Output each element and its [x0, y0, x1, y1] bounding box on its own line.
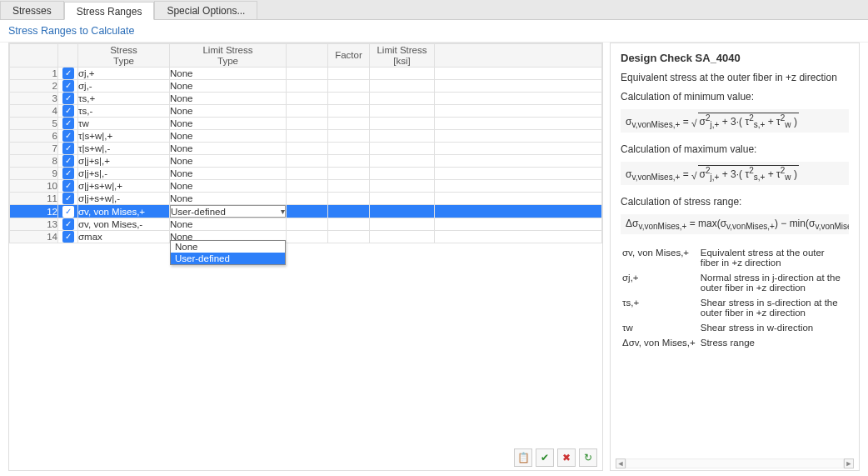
- stress-type-cell[interactable]: σv, von Mises,-: [78, 218, 170, 231]
- row-checkbox[interactable]: ✓: [58, 93, 78, 105]
- factor-cell[interactable]: [328, 118, 370, 130]
- row-checkbox[interactable]: ✓: [58, 231, 78, 243]
- limit-ksi-cell[interactable]: [370, 68, 435, 80]
- stress-type-cell[interactable]: τ|s+w|,+: [78, 130, 170, 143]
- table-row[interactable]: 14✓σmaxNone: [10, 231, 602, 243]
- limit-ksi-cell[interactable]: [370, 93, 435, 105]
- limit-ksi-cell[interactable]: [370, 218, 435, 231]
- tab-special-options[interactable]: Special Options...: [154, 1, 257, 19]
- table-row[interactable]: 7✓τ|s+w|,-None: [10, 143, 602, 155]
- limit-ksi-cell[interactable]: [370, 155, 435, 168]
- table-row[interactable]: 8✓σ|j+s|,+None: [10, 155, 602, 168]
- limit-ksi-cell[interactable]: [370, 180, 435, 193]
- row-checkbox[interactable]: ✓: [58, 118, 78, 130]
- table-row[interactable]: 5✓τwNone: [10, 118, 602, 130]
- symbol-desc: Shear stress in s-direction at the outer…: [701, 296, 847, 319]
- limit-type-cell[interactable]: None: [170, 180, 287, 193]
- table-row[interactable]: 1✓σj,+None: [10, 68, 602, 80]
- factor-cell[interactable]: [328, 155, 370, 168]
- row-checkbox[interactable]: ✓: [58, 68, 78, 80]
- scroll-track[interactable]: [626, 458, 844, 468]
- factor-cell[interactable]: [328, 218, 370, 231]
- stress-type-cell[interactable]: σ|j+s|,+: [78, 155, 170, 168]
- stress-type-cell[interactable]: τs,+: [78, 93, 170, 105]
- stress-type-cell[interactable]: τw: [78, 118, 170, 130]
- row-checkbox[interactable]: ✓: [58, 205, 78, 218]
- limit-ksi-cell[interactable]: [370, 105, 435, 118]
- limit-ksi-cell[interactable]: [370, 130, 435, 143]
- spacer-cell: [435, 155, 602, 168]
- limit-type-cell[interactable]: None: [170, 68, 287, 80]
- limit-type-cell[interactable]: None: [170, 105, 287, 118]
- stress-type-cell[interactable]: σj,-: [78, 80, 170, 93]
- row-checkbox[interactable]: ✓: [58, 168, 78, 180]
- stress-type-cell[interactable]: τs,-: [78, 105, 170, 118]
- limit-type-cell[interactable]: None: [170, 143, 287, 155]
- row-checkbox[interactable]: ✓: [58, 180, 78, 193]
- limit-type-cell[interactable]: None: [170, 155, 287, 168]
- factor-cell[interactable]: [328, 93, 370, 105]
- stress-type-cell[interactable]: σ|j+s|,-: [78, 168, 170, 180]
- factor-cell[interactable]: [328, 205, 370, 218]
- limit-ksi-cell[interactable]: [370, 143, 435, 155]
- info-panel-scrollbar[interactable]: ◄ ►: [616, 458, 854, 468]
- factor-cell[interactable]: [328, 168, 370, 180]
- scroll-right-icon[interactable]: ►: [844, 458, 854, 468]
- row-checkbox[interactable]: ✓: [58, 218, 78, 231]
- limit-type-cell[interactable]: None: [170, 118, 287, 130]
- stress-type-cell[interactable]: σ|j+s+w|,-: [78, 193, 170, 205]
- dropdown-option-user-defined[interactable]: User-defined: [171, 253, 285, 264]
- chevron-down-icon[interactable]: ▾: [281, 207, 285, 216]
- limit-ksi-cell[interactable]: [370, 205, 435, 218]
- limit-type-cell[interactable]: None: [170, 193, 287, 205]
- factor-cell[interactable]: [328, 105, 370, 118]
- factor-cell[interactable]: [328, 193, 370, 205]
- stress-type-cell[interactable]: σv, von Mises,+: [78, 205, 170, 218]
- table-row[interactable]: 2✓σj,-None: [10, 80, 602, 93]
- table-row[interactable]: 3✓τs,+None: [10, 93, 602, 105]
- row-checkbox[interactable]: ✓: [58, 143, 78, 155]
- tab-stresses[interactable]: Stresses: [0, 1, 64, 19]
- factor-cell[interactable]: [328, 80, 370, 93]
- limit-type-cell[interactable]: None: [170, 218, 287, 231]
- limit-type-cell[interactable]: None: [170, 168, 287, 180]
- factor-cell[interactable]: [328, 231, 370, 243]
- row-checkbox[interactable]: ✓: [58, 130, 78, 143]
- limit-ksi-cell[interactable]: [370, 231, 435, 243]
- factor-cell[interactable]: [328, 130, 370, 143]
- tab-stress-ranges[interactable]: Stress Ranges: [64, 2, 155, 20]
- row-checkbox[interactable]: ✓: [58, 105, 78, 118]
- clipboard-icon[interactable]: 📋: [514, 448, 532, 467]
- stress-type-cell[interactable]: σmax: [78, 231, 170, 243]
- table-row[interactable]: 4✓τs,-None: [10, 105, 602, 118]
- limit-ksi-cell[interactable]: [370, 118, 435, 130]
- row-checkbox[interactable]: ✓: [58, 80, 78, 93]
- limit-type-cell[interactable]: None: [170, 93, 287, 105]
- stress-type-cell[interactable]: σ|j+s+w|,+: [78, 180, 170, 193]
- limit-ksi-cell[interactable]: [370, 193, 435, 205]
- table-row[interactable]: 10✓σ|j+s+w|,+None: [10, 180, 602, 193]
- uncheck-all-icon[interactable]: ✖: [557, 448, 576, 467]
- factor-cell[interactable]: [328, 143, 370, 155]
- dropdown-option-none[interactable]: None: [171, 241, 285, 253]
- factor-cell[interactable]: [328, 68, 370, 80]
- refresh-icon[interactable]: ↻: [579, 448, 597, 467]
- table-row[interactable]: 11✓σ|j+s+w|,-None: [10, 193, 602, 205]
- row-checkbox[interactable]: ✓: [58, 155, 78, 168]
- limit-type-cell[interactable]: User-defined▾: [170, 205, 286, 218]
- table-row[interactable]: 13✓σv, von Mises,-None: [10, 218, 602, 231]
- table-row[interactable]: 12✓σv, von Mises,+User-defined▾: [10, 205, 602, 218]
- limit-ksi-cell[interactable]: [370, 168, 435, 180]
- factor-cell[interactable]: [328, 180, 370, 193]
- stress-type-cell[interactable]: τ|s+w|,-: [78, 143, 170, 155]
- table-row[interactable]: 9✓σ|j+s|,-None: [10, 168, 602, 180]
- row-checkbox[interactable]: ✓: [58, 193, 78, 205]
- limit-type-dropdown[interactable]: None User-defined: [170, 240, 286, 265]
- limit-type-cell[interactable]: None: [170, 130, 287, 143]
- table-row[interactable]: 6✓τ|s+w|,+None: [10, 130, 602, 143]
- stress-type-cell[interactable]: σj,+: [78, 68, 170, 80]
- limit-type-cell[interactable]: None: [170, 80, 287, 93]
- limit-ksi-cell[interactable]: [370, 80, 435, 93]
- scroll-left-icon[interactable]: ◄: [616, 458, 626, 468]
- check-all-icon[interactable]: ✔: [536, 448, 554, 467]
